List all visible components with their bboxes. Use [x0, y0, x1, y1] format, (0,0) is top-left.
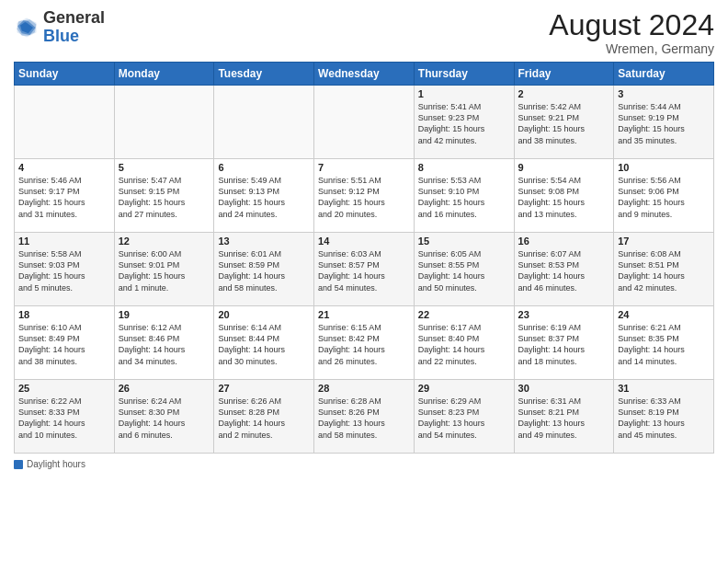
col-friday: Friday	[514, 63, 614, 86]
day-number: 21	[318, 309, 410, 320]
table-row: 22Sunrise: 6:17 AM Sunset: 8:40 PM Dayli…	[414, 306, 514, 380]
calendar-week-row: 25Sunrise: 6:22 AM Sunset: 8:33 PM Dayli…	[15, 380, 714, 454]
col-thursday: Thursday	[414, 63, 514, 86]
col-wednesday: Wednesday	[314, 63, 415, 86]
day-number: 25	[18, 383, 110, 394]
day-number: 30	[518, 383, 610, 394]
calendar-header-row: Sunday Monday Tuesday Wednesday Thursday…	[15, 63, 714, 86]
day-number: 5	[119, 162, 210, 173]
day-info: Sunrise: 6:05 AM Sunset: 8:55 PM Dayligh…	[418, 248, 510, 293]
day-info: Sunrise: 5:53 AM Sunset: 9:10 PM Dayligh…	[418, 175, 510, 220]
day-number: 10	[618, 162, 710, 173]
day-number: 18	[18, 309, 110, 320]
calendar-week-row: 4Sunrise: 5:46 AM Sunset: 9:17 PM Daylig…	[15, 159, 714, 233]
table-row: 12Sunrise: 6:00 AM Sunset: 9:01 PM Dayli…	[114, 233, 214, 306]
day-number: 13	[218, 236, 310, 247]
table-row: 9Sunrise: 5:54 AM Sunset: 9:08 PM Daylig…	[514, 159, 614, 233]
day-info: Sunrise: 6:07 AM Sunset: 8:53 PM Dayligh…	[518, 248, 610, 293]
day-number: 29	[418, 383, 510, 394]
day-info: Sunrise: 5:42 AM Sunset: 9:21 PM Dayligh…	[518, 101, 610, 146]
table-row: 1Sunrise: 5:41 AM Sunset: 9:23 PM Daylig…	[414, 86, 514, 159]
day-number: 22	[418, 309, 510, 320]
table-row: 10Sunrise: 5:56 AM Sunset: 9:06 PM Dayli…	[614, 159, 714, 233]
col-tuesday: Tuesday	[214, 63, 314, 86]
table-row: 30Sunrise: 6:31 AM Sunset: 8:21 PM Dayli…	[514, 380, 614, 454]
footer-daylight-label: Daylight hours	[27, 459, 85, 469]
table-row: 23Sunrise: 6:19 AM Sunset: 8:37 PM Dayli…	[514, 306, 614, 380]
day-info: Sunrise: 5:54 AM Sunset: 9:08 PM Dayligh…	[518, 175, 610, 220]
table-row: 18Sunrise: 6:10 AM Sunset: 8:49 PM Dayli…	[15, 306, 115, 380]
table-row: 26Sunrise: 6:24 AM Sunset: 8:30 PM Dayli…	[114, 380, 214, 454]
day-number: 11	[18, 236, 110, 247]
page: General Blue August 2024 Wremen, Germany…	[0, 0, 728, 563]
table-row: 29Sunrise: 6:29 AM Sunset: 8:23 PM Dayli…	[414, 380, 514, 454]
day-number: 2	[518, 88, 610, 99]
table-row	[114, 86, 214, 159]
table-row: 27Sunrise: 6:26 AM Sunset: 8:28 PM Dayli…	[214, 380, 314, 454]
day-number: 17	[618, 236, 710, 247]
table-row: 13Sunrise: 6:01 AM Sunset: 8:59 PM Dayli…	[214, 233, 314, 306]
calendar-week-row: 18Sunrise: 6:10 AM Sunset: 8:49 PM Dayli…	[15, 306, 714, 380]
table-row	[214, 86, 314, 159]
day-number: 3	[618, 88, 710, 99]
day-info: Sunrise: 6:28 AM Sunset: 8:26 PM Dayligh…	[318, 396, 410, 441]
day-number: 14	[318, 236, 410, 247]
logo-general: General	[43, 8, 105, 27]
day-info: Sunrise: 6:14 AM Sunset: 8:44 PM Dayligh…	[218, 322, 310, 367]
day-number: 8	[418, 162, 510, 173]
day-number: 6	[218, 162, 310, 173]
day-number: 16	[518, 236, 610, 247]
day-info: Sunrise: 6:01 AM Sunset: 8:59 PM Dayligh…	[218, 248, 310, 293]
day-info: Sunrise: 5:56 AM Sunset: 9:06 PM Dayligh…	[618, 175, 710, 220]
day-info: Sunrise: 6:00 AM Sunset: 9:01 PM Dayligh…	[119, 248, 210, 293]
location: Wremen, Germany	[549, 41, 714, 56]
day-info: Sunrise: 6:24 AM Sunset: 8:30 PM Dayligh…	[119, 396, 210, 441]
day-info: Sunrise: 6:17 AM Sunset: 8:40 PM Dayligh…	[418, 322, 510, 367]
calendar-week-row: 1Sunrise: 5:41 AM Sunset: 9:23 PM Daylig…	[15, 86, 714, 159]
day-number: 23	[518, 309, 610, 320]
col-sunday: Sunday	[15, 63, 115, 86]
table-row: 20Sunrise: 6:14 AM Sunset: 8:44 PM Dayli…	[214, 306, 314, 380]
logo: General Blue	[14, 9, 105, 46]
table-row: 17Sunrise: 6:08 AM Sunset: 8:51 PM Dayli…	[614, 233, 714, 306]
table-row: 3Sunrise: 5:44 AM Sunset: 9:19 PM Daylig…	[614, 86, 714, 159]
logo-text: General Blue	[43, 9, 105, 46]
day-number: 9	[518, 162, 610, 173]
table-row: 21Sunrise: 6:15 AM Sunset: 8:42 PM Dayli…	[314, 306, 415, 380]
day-info: Sunrise: 5:44 AM Sunset: 9:19 PM Dayligh…	[618, 101, 710, 146]
day-info: Sunrise: 6:10 AM Sunset: 8:49 PM Dayligh…	[18, 322, 110, 367]
day-number: 15	[418, 236, 510, 247]
day-number: 7	[318, 162, 410, 173]
day-number: 19	[119, 309, 210, 320]
day-number: 1	[418, 88, 510, 99]
day-info: Sunrise: 5:58 AM Sunset: 9:03 PM Dayligh…	[18, 248, 110, 293]
table-row	[314, 86, 415, 159]
day-info: Sunrise: 6:12 AM Sunset: 8:46 PM Dayligh…	[119, 322, 210, 367]
footer: Daylight hours	[14, 459, 714, 471]
table-row: 15Sunrise: 6:05 AM Sunset: 8:55 PM Dayli…	[414, 233, 514, 306]
table-row: 6Sunrise: 5:49 AM Sunset: 9:13 PM Daylig…	[214, 159, 314, 233]
table-row: 7Sunrise: 5:51 AM Sunset: 9:12 PM Daylig…	[314, 159, 415, 233]
table-row: 2Sunrise: 5:42 AM Sunset: 9:21 PM Daylig…	[514, 86, 614, 159]
table-row: 8Sunrise: 5:53 AM Sunset: 9:10 PM Daylig…	[414, 159, 514, 233]
day-info: Sunrise: 6:15 AM Sunset: 8:42 PM Dayligh…	[318, 322, 410, 367]
day-info: Sunrise: 5:49 AM Sunset: 9:13 PM Dayligh…	[218, 175, 310, 220]
day-number: 28	[318, 383, 410, 394]
day-info: Sunrise: 6:26 AM Sunset: 8:28 PM Dayligh…	[218, 396, 310, 441]
table-row	[15, 86, 115, 159]
calendar: Sunday Monday Tuesday Wednesday Thursday…	[14, 62, 714, 454]
table-row: 25Sunrise: 6:22 AM Sunset: 8:33 PM Dayli…	[15, 380, 115, 454]
day-info: Sunrise: 5:41 AM Sunset: 9:23 PM Dayligh…	[418, 101, 510, 146]
footer-daylight: Daylight hours	[14, 459, 85, 469]
day-number: 24	[618, 309, 710, 320]
day-number: 4	[18, 162, 110, 173]
day-number: 31	[618, 383, 710, 394]
table-row: 11Sunrise: 5:58 AM Sunset: 9:03 PM Dayli…	[15, 233, 115, 306]
day-number: 26	[119, 383, 210, 394]
table-row: 19Sunrise: 6:12 AM Sunset: 8:46 PM Dayli…	[114, 306, 214, 380]
day-number: 12	[119, 236, 210, 247]
day-number: 27	[218, 383, 310, 394]
calendar-week-row: 11Sunrise: 5:58 AM Sunset: 9:03 PM Dayli…	[15, 233, 714, 306]
logo-icon	[14, 15, 40, 40]
day-info: Sunrise: 5:51 AM Sunset: 9:12 PM Dayligh…	[318, 175, 410, 220]
